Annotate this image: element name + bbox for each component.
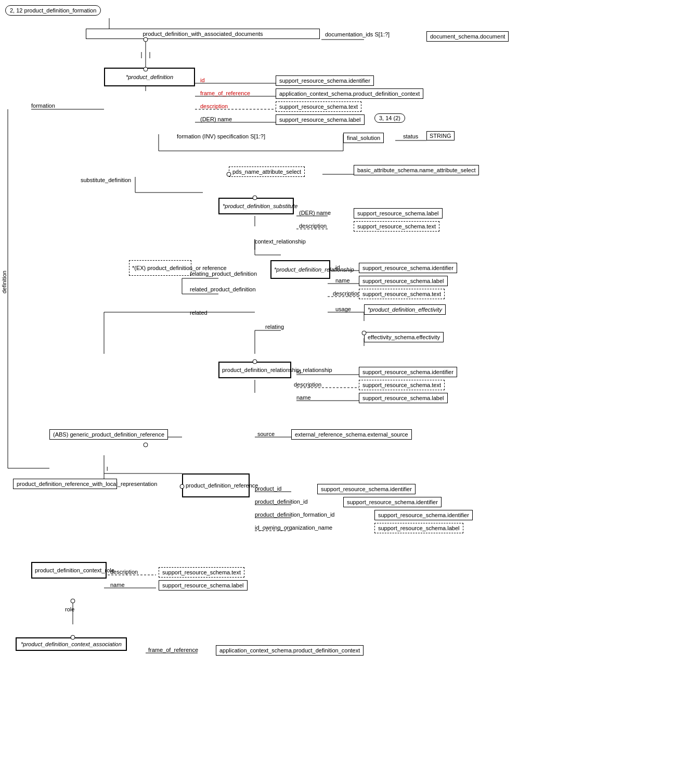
description-4-label: description (294, 381, 321, 388)
support-text-5-box: support_resource_schema.text (159, 567, 244, 578)
description-3-label: description (333, 290, 360, 297)
basic-attr-schema-box: basic_attribute_schema.name_attribute_se… (354, 165, 479, 175)
support-label-4-box: support_resource_schema.label (359, 393, 448, 403)
app-context-schema-2-box: application_context_schema.product_defin… (216, 645, 364, 656)
product-def-context-assoc-box: *product_definition_context_association (16, 637, 127, 651)
documentation-ids-label: documentation_ids S[1:?] (325, 31, 390, 37)
description-label: description (200, 103, 228, 109)
support-identifier-2-box: support_resource_schema.identifier (359, 263, 457, 273)
name-2-label: name (296, 394, 311, 401)
svg-point-63 (144, 443, 148, 447)
formation-label: formation (31, 102, 55, 109)
id-2-label: id (335, 264, 340, 271)
support-label-5-box: support_resource_schema.label (374, 523, 463, 533)
id-owning-org-label: id_owning_organization_name (255, 524, 332, 531)
support-label-2-box: support_resource_schema.label (354, 208, 443, 219)
status-label: status (403, 133, 418, 139)
product-def-rel-rel-box: product_definition_relationship_relation… (218, 362, 291, 378)
string-box: STRING (426, 131, 455, 140)
related-pd-label: related_product_definition (190, 286, 256, 292)
product-def-ref-local-box: product_definition_reference_with_local_… (13, 479, 117, 489)
external-ref-schema-box: external_reference_schema.external_sourc… (291, 429, 412, 440)
support-label-1-box: support_resource_schema.label (276, 114, 365, 125)
product-def-with-docs-box: product_definition_with_associated_docum… (86, 29, 320, 39)
usage-label: usage (335, 306, 351, 312)
support-text-1-box: support_resource_schema.text (276, 101, 361, 112)
support-text-2-box: support_resource_schema.text (354, 221, 439, 232)
support-identifier-5-box: support_resource_schema.identifier (343, 497, 442, 507)
name-label: name (335, 277, 350, 284)
app-context-schema-box: application_context_schema.product_defin… (276, 88, 423, 99)
relating-pd-label: relating_product_definition (190, 271, 257, 277)
support-identifier-box: support_resource_schema.identifier (276, 75, 374, 86)
der-name-2-label: (DER) name (299, 210, 331, 216)
effectivity-schema-box: effectivity_schema.effectivity (364, 332, 444, 342)
final-solution-box: final_solution (343, 133, 384, 143)
id-3-label: id (296, 368, 301, 375)
product-def-substitute-box: *product_definition_substitute (218, 198, 294, 214)
substitute-definition-label: substitute_definition (81, 177, 131, 183)
product-def-reference-box: product_definition_reference (182, 473, 250, 497)
related-label: related (190, 310, 208, 316)
abs-generic-ref-box: (ABS) generic_product_definition_referen… (49, 429, 168, 440)
id-label: id (200, 77, 205, 83)
role-label: role (65, 606, 74, 612)
product-def-formation-badge: 2, 12 product_definition_formation (5, 5, 101, 16)
product-definition-box: *product_definition (104, 68, 195, 86)
source-label: source (257, 431, 275, 437)
product-definition-id-label: product_definition_id (255, 498, 308, 505)
product-id-label: product_id (255, 485, 281, 492)
product-def-formation-id-label: product_definition_formation_id (255, 511, 335, 518)
der-name-label: (DER) name (200, 116, 232, 122)
svg-point-65 (71, 599, 75, 603)
document-schema-document-box: document_schema.document (426, 31, 509, 42)
frame-of-reference-2-label: frame_of_reference (148, 647, 198, 653)
ex-product-def-or-ref-box: *(EX) product_definition_or reference (129, 260, 191, 276)
diagram-container: 2, 12 product_definition_formation produ… (0, 0, 700, 769)
product-def-relationship-box: *product_definition_relationship (270, 260, 330, 279)
product-def-effectivity-box: *product_definition_effectivity (364, 304, 446, 315)
support-identifier-3-box: support_resource_schema.identifier (359, 367, 457, 377)
formation-inv-label: formation (INV) specification S[1:?] (177, 133, 265, 140)
frame-of-reference-label: frame_of_reference (200, 90, 250, 96)
product-def-context-role-box: product_definition_context_role (31, 562, 107, 579)
badge-3-14: 3, 14 (2) (374, 113, 405, 123)
support-label-3-box: support_resource_schema.label (359, 276, 448, 286)
definition-label: definition (1, 271, 7, 293)
support-text-3-box: support_resource_schema.text (359, 289, 445, 299)
support-label-6-box: support_resource_schema.label (159, 580, 248, 591)
description-5-label: description (110, 569, 138, 575)
support-identifier-4-box: support_resource_schema.identifier (317, 484, 416, 494)
description-2-label: description (299, 223, 327, 229)
pds-name-attr-box: pds_name_attribute_select (229, 166, 305, 177)
name-3-label: name (110, 582, 125, 588)
support-text-4-box: support_resource_schema.text (359, 380, 445, 390)
relating-label: relating (265, 324, 284, 330)
context-relationship-label: context_relationship (255, 238, 306, 245)
l-label: l (107, 466, 108, 472)
support-identifier-6-box: support_resource_schema.identifier (374, 510, 473, 520)
